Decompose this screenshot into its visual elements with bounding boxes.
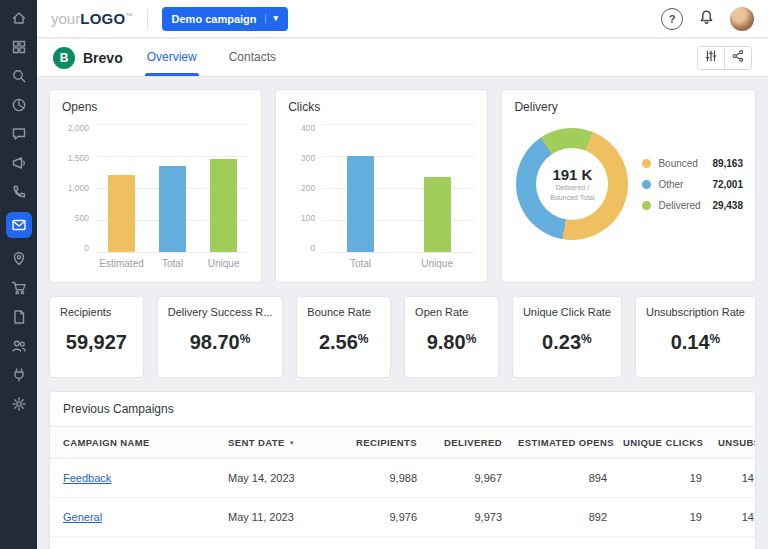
campaign-name-cell: General [50, 498, 220, 537]
table-cell: 19 [615, 459, 710, 498]
tab-contacts[interactable]: Contacts [227, 38, 278, 76]
document-icon [11, 309, 27, 325]
column-header-0: CAMPAIGN NAME [50, 427, 220, 459]
tab-overview[interactable]: Overview [145, 38, 199, 76]
donut-subtitle-line2: Bounced Total [550, 193, 594, 202]
column-header-1[interactable]: SENT DATE▼ [220, 427, 340, 459]
sidebar-item-apps[interactable] [6, 38, 32, 55]
opens-bar-estimated [108, 175, 135, 252]
page: yourLOGO™ Demo campaign ▾ ? B Brevo Over… [0, 0, 768, 549]
sidebar-item-campaigns[interactable] [6, 154, 32, 171]
table-cell: 9,972 [425, 537, 510, 549]
table-cell: 14 [710, 537, 756, 549]
search-icon [11, 68, 27, 84]
sidebar-item-analytics[interactable] [6, 96, 32, 113]
stat-label: Recipients [60, 306, 133, 318]
delivery-legend: Bounced89,163Other72,001Delivered29,438 [642, 158, 743, 211]
y-tick-label: 1,000 [68, 184, 89, 193]
legend-dot [642, 201, 651, 210]
home-icon [11, 10, 27, 26]
table-cell: 9,967 [425, 459, 510, 498]
stat-value: 2.56% [307, 331, 380, 354]
delivery-chart-body: 191 K Delivered / Bounced Total Bounced8… [514, 128, 743, 240]
campaign-selector-label: Demo campaign [172, 13, 257, 25]
clicks-plot-area: TotalUnique [322, 124, 475, 269]
user-avatar[interactable] [730, 7, 754, 31]
legend-dot [642, 180, 651, 189]
stat-value: 0.23% [523, 331, 611, 354]
stat-suffix: % [358, 332, 369, 346]
opens-plot-area: EstimatedTotalUnique [96, 124, 249, 269]
table-cell: 19 [615, 498, 710, 537]
opens-x-labels: EstimatedTotalUnique [96, 258, 249, 269]
logo-trademark: ™ [126, 11, 133, 18]
campaigns-table: CAMPAIGN NAMESENT DATE▼RECIPIENTSDELIVER… [50, 426, 756, 549]
gear-icon [11, 396, 27, 412]
sliders-icon [704, 49, 718, 66]
sidebar [0, 0, 37, 549]
sidebar-item-documents[interactable] [6, 308, 32, 325]
sidebar-item-calls[interactable] [6, 183, 32, 200]
sidebar-item-integrations[interactable] [6, 366, 32, 383]
sidebar-item-locations[interactable] [6, 250, 32, 267]
bar-slot [198, 124, 249, 252]
clicks-bar-unique [424, 177, 451, 252]
y-tick-label: 1,500 [68, 154, 89, 163]
gridline [96, 252, 249, 253]
legend-value: 89,163 [712, 158, 743, 169]
logo-text-your: your [51, 10, 80, 27]
stat-suffix: % [581, 332, 592, 346]
table-cell: 14 [710, 498, 756, 537]
sidebar-item-settings[interactable] [6, 395, 32, 412]
table-cell: 9,973 [425, 498, 510, 537]
stat-value: 0.14% [646, 331, 745, 354]
clicks-chart-title: Clicks [288, 100, 475, 114]
sidebar-item-search[interactable] [6, 67, 32, 84]
stat-value: 59,927 [60, 331, 133, 354]
bell-icon [698, 9, 715, 29]
opens-chart-title: Opens [62, 100, 249, 114]
table-cell: 9,976 [340, 498, 425, 537]
y-tick-label: 500 [75, 214, 89, 223]
campaign-link[interactable]: Feedback [63, 472, 111, 484]
table-row: FeedbackMay 14, 20239,9889,9678941914 [50, 459, 756, 498]
map-pin-icon [11, 251, 27, 267]
opens-chart-card: Opens 2,0001,5001,0005000EstimatedTotalU… [49, 89, 262, 283]
sidebar-item-chat[interactable] [6, 125, 32, 142]
campaign-selector-button[interactable]: Demo campaign ▾ [162, 7, 289, 31]
stat-card-3: Open Rate9.80% [404, 296, 499, 378]
notifications-button[interactable] [698, 9, 715, 29]
question-mark-icon: ? [669, 13, 676, 25]
table-cell: 894 [510, 459, 615, 498]
stat-value: 98.70% [168, 331, 273, 354]
chat-icon [11, 126, 27, 142]
chevron-down-icon: ▾ [265, 14, 279, 23]
legend-item-other: Other72,001 [642, 179, 743, 190]
y-tick-label: 0 [310, 244, 315, 253]
table-cell: May 11, 2023 [220, 498, 340, 537]
campaign-link[interactable]: General [63, 511, 102, 523]
sidebar-item-ecommerce[interactable] [6, 279, 32, 296]
share-icon [731, 49, 745, 66]
table-cell: May 10, 2023 [220, 537, 340, 549]
share-button[interactable] [724, 46, 752, 70]
column-header-2: RECIPIENTS [340, 427, 425, 459]
charts-row: Opens 2,0001,5001,0005000EstimatedTotalU… [49, 89, 756, 283]
opens-bar-total [159, 166, 186, 252]
sidebar-item-contacts[interactable] [6, 337, 32, 354]
sidebar-item-home[interactable] [6, 9, 32, 26]
legend-label: Bounced [658, 158, 712, 169]
x-tick-label: Total [147, 258, 198, 269]
sort-caret-icon: ▼ [289, 440, 295, 446]
header-divider [147, 9, 148, 29]
tab-bar: OverviewContacts [145, 38, 306, 76]
sidebar-item-email[interactable] [6, 212, 32, 238]
donut-center: 191 K Delivered / Bounced Total [536, 148, 608, 220]
users-icon [11, 338, 27, 354]
y-tick-label: 2,000 [68, 124, 89, 133]
previous-campaigns-card: Previous Campaigns CAMPAIGN NAMESENT DAT… [49, 391, 756, 549]
column-header-4: ESTIMATED OPENS [510, 427, 615, 459]
help-button[interactable]: ? [661, 8, 683, 30]
legend-value: 72,001 [712, 179, 743, 190]
filter-button[interactable] [697, 46, 725, 70]
